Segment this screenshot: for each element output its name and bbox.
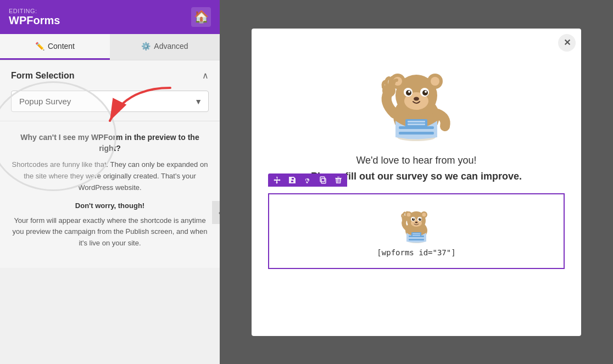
tabs-row: ✏️ Content ⚙️ Advanced [0, 34, 220, 60]
left-panel: EDITING: WPForms 🏠 ✏️ Content ⚙️ Advance… [0, 0, 220, 364]
tab-content-label: Content [48, 42, 75, 51]
svg-point-35 [422, 212, 426, 216]
svg-point-12 [431, 77, 439, 86]
info-question: Why can't I see my WPForm in the preview… [11, 132, 209, 154]
header-title-group: EDITING: WPForms [9, 8, 60, 27]
svg-rect-23 [320, 177, 325, 182]
info-paragraph2: Your form will appear exactly where the … [11, 215, 209, 249]
collapse-handle[interactable]: ‹ [212, 201, 220, 224]
panel-content: Form Selection ∧ Popup Survey Contact Fo… [0, 60, 220, 364]
form-selection-section: Form Selection ∧ Popup Survey Contact Fo… [0, 60, 220, 121]
section-title: Form Selection [11, 71, 75, 81]
close-icon: ✕ [564, 37, 571, 48]
svg-rect-22 [321, 178, 326, 183]
bear-mascot-large [372, 56, 460, 144]
svg-point-19 [425, 91, 427, 93]
tab-advanced-label: Advanced [154, 42, 188, 51]
pencil-icon: ✏️ [35, 42, 44, 51]
delete-button[interactable] [334, 176, 343, 184]
widget-toolbar [268, 173, 347, 187]
svg-point-42 [420, 218, 421, 219]
bear-svg-large [372, 56, 460, 144]
svg-rect-5 [405, 119, 427, 127]
form-select-dropdown[interactable]: Popup Survey Contact Form Newsletter Sig… [11, 91, 209, 112]
svg-rect-27 [409, 239, 424, 240]
right-panel: ✕ [220, 0, 613, 364]
preview-content: We'd love to hear from you! Please fill … [268, 45, 565, 269]
preview-window: ✕ [252, 29, 581, 336]
duplicate-button[interactable] [319, 176, 327, 184]
svg-point-43 [415, 221, 418, 223]
close-button[interactable]: ✕ [558, 34, 576, 52]
svg-rect-29 [413, 233, 420, 234]
header-bar: EDITING: WPForms 🏠 [0, 0, 220, 34]
info-section: Why can't I see my WPForm in the preview… [0, 121, 220, 268]
svg-point-41 [413, 218, 414, 219]
section-header: Form Selection ∧ [0, 60, 220, 88]
settings-button[interactable] [303, 176, 312, 184]
svg-point-18 [408, 91, 410, 93]
svg-rect-6 [408, 121, 425, 122]
chevron-up-icon[interactable]: ∧ [202, 70, 209, 81]
save-button[interactable] [288, 176, 297, 184]
home-icon[interactable]: 🏠 [191, 7, 211, 27]
bear-mascot-small [397, 205, 436, 244]
bear-svg-small [397, 205, 436, 244]
shortcode-text: [wpforms id="37"] [377, 248, 455, 257]
move-button[interactable] [272, 176, 281, 184]
svg-rect-4 [399, 132, 434, 135]
select-container: Popup Survey Contact Form Newsletter Sig… [11, 91, 209, 112]
widget-inner: [wpforms id="37"] [275, 200, 558, 262]
selected-widget[interactable]: [wpforms id="37"] [268, 193, 565, 269]
sliders-icon: ⚙️ [141, 42, 151, 51]
svg-point-33 [407, 212, 411, 216]
tab-advanced[interactable]: ⚙️ Advanced [110, 34, 220, 60]
info-paragraph1: Shortcodes are funny like that. They can… [11, 159, 209, 193]
preview-heading: We'd love to hear from you! [356, 155, 476, 166]
app-title: WPForms [9, 14, 60, 27]
tab-content[interactable]: ✏️ Content [0, 34, 110, 60]
editing-label: EDITING: [9, 8, 60, 14]
svg-point-20 [414, 97, 419, 100]
info-bold-note: Don't worry, though! [11, 201, 209, 210]
svg-rect-30 [413, 235, 420, 236]
svg-rect-7 [408, 124, 425, 125]
form-select-wrapper: Popup Survey Contact Form Newsletter Sig… [0, 88, 220, 121]
